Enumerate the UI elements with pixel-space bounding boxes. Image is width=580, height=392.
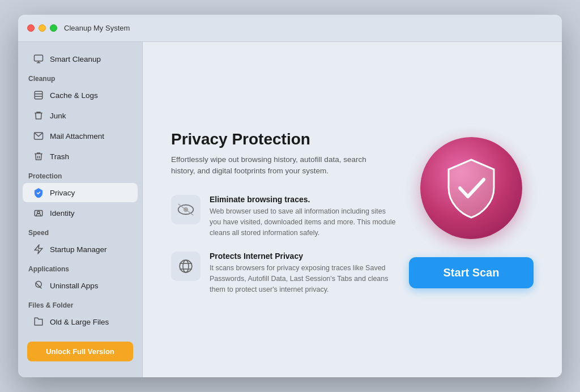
sidebar-item-smart-cleanup[interactable]: Smart Cleanup bbox=[23, 49, 138, 69]
sidebar-item-privacy[interactable]: Privacy bbox=[23, 183, 138, 202]
titlebar: Cleanup My System bbox=[18, 15, 562, 42]
sidebar-item-startup-manager[interactable]: Startup Manager bbox=[23, 240, 138, 259]
feature-text-2: Protects Internet Privacy It scans brows… bbox=[210, 252, 398, 295]
sidebar-bottom: Unlock Full Version bbox=[18, 333, 142, 370]
content-header: Privacy Protection Effortlessly wipe out… bbox=[171, 130, 398, 177]
svg-line-11 bbox=[178, 204, 194, 215]
sidebar-item-label: Identity bbox=[50, 209, 75, 218]
feature-text-1: Eliminate browsing traces. Web browser u… bbox=[210, 195, 398, 238]
sidebar-item-uninstall-apps[interactable]: Uninstall Apps bbox=[23, 276, 138, 295]
sidebar: Smart Cleanup Cleanup Cache & Logs Junk bbox=[18, 42, 143, 377]
left-column: Privacy Protection Effortlessly wipe out… bbox=[171, 130, 398, 295]
uninstall-icon bbox=[33, 280, 44, 291]
main-content: Smart Cleanup Cleanup Cache & Logs Junk bbox=[18, 42, 562, 377]
sidebar-item-cache-logs[interactable]: Cache & Logs bbox=[23, 86, 138, 105]
svg-point-13 bbox=[183, 260, 189, 272]
feature-internet-privacy: Protects Internet Privacy It scans brows… bbox=[171, 252, 398, 295]
sidebar-item-label: Cache & Logs bbox=[50, 91, 98, 100]
feature-browsing-traces: Eliminate browsing traces. Web browser u… bbox=[171, 195, 398, 238]
content-area: Privacy Protection Effortlessly wipe out… bbox=[143, 42, 562, 377]
identity-icon bbox=[33, 207, 44, 219]
page-subtitle: Effortlessly wipe out browsing history, … bbox=[171, 154, 386, 177]
close-button[interactable] bbox=[27, 24, 35, 32]
features-list: Eliminate browsing traces. Web browser u… bbox=[171, 195, 398, 295]
trash-icon bbox=[33, 151, 44, 162]
startup-icon bbox=[33, 244, 44, 255]
titlebar-title: Cleanup My System bbox=[64, 24, 130, 32]
cache-logs-icon bbox=[33, 90, 44, 101]
section-label-cleanup: Cleanup bbox=[18, 69, 142, 85]
smart-cleanup-icon bbox=[33, 53, 44, 65]
feature-title-2: Protects Internet Privacy bbox=[210, 252, 398, 261]
files-icon bbox=[33, 316, 44, 327]
mail-icon bbox=[33, 130, 44, 142]
sidebar-item-identity[interactable]: Identity bbox=[23, 203, 138, 223]
start-scan-button[interactable]: Start Scan bbox=[409, 257, 534, 288]
svg-rect-0 bbox=[35, 55, 43, 61]
sidebar-item-junk[interactable]: Junk bbox=[23, 106, 138, 125]
junk-icon bbox=[33, 110, 44, 121]
shield-circle bbox=[420, 137, 522, 239]
sidebar-item-label: Mail Attachment bbox=[50, 132, 104, 140]
main-row: Privacy Protection Effortlessly wipe out… bbox=[171, 130, 534, 295]
maximize-button[interactable] bbox=[50, 24, 57, 32]
feature-icon-box-2 bbox=[171, 252, 201, 281]
feature-icon-box-1 bbox=[171, 195, 201, 224]
section-label-files-folder: Files & Folder bbox=[18, 296, 142, 312]
feature-title-1: Eliminate browsing traces. bbox=[210, 195, 398, 204]
sidebar-item-label: Old & Large Files bbox=[50, 318, 109, 326]
section-label-applications: Applications bbox=[18, 259, 142, 275]
sidebar-item-label: Startup Manager bbox=[50, 245, 107, 254]
sidebar-item-label: Trash bbox=[50, 152, 69, 161]
sidebar-item-label: Privacy bbox=[50, 189, 75, 197]
traffic-lights bbox=[27, 24, 57, 32]
sidebar-item-label: Junk bbox=[50, 112, 66, 120]
svg-point-12 bbox=[180, 260, 192, 272]
sidebar-item-label: Uninstall Apps bbox=[50, 282, 99, 290]
sidebar-item-label: Smart Cleanup bbox=[50, 55, 101, 63]
sidebar-item-mail-attachment[interactable]: Mail Attachment bbox=[23, 126, 138, 146]
unlock-full-version-button[interactable]: Unlock Full Version bbox=[27, 342, 133, 361]
app-window: Cleanup My System Smart Cleanup Cleanup bbox=[18, 15, 562, 377]
minimize-button[interactable] bbox=[39, 24, 46, 32]
section-label-speed: Speed bbox=[18, 223, 142, 239]
privacy-icon bbox=[33, 187, 44, 198]
page-title: Privacy Protection bbox=[171, 130, 398, 148]
section-label-protection: Protection bbox=[18, 167, 142, 182]
feature-desc-2: It scans browsers for privacy exposing t… bbox=[210, 263, 398, 295]
sidebar-item-old-large-files[interactable]: Old & Large Files bbox=[23, 312, 138, 331]
feature-desc-1: Web browser used to save all information… bbox=[210, 206, 398, 238]
right-panel: Start Scan bbox=[398, 137, 534, 288]
svg-rect-3 bbox=[35, 91, 42, 99]
sidebar-item-trash[interactable]: Trash bbox=[23, 147, 138, 166]
